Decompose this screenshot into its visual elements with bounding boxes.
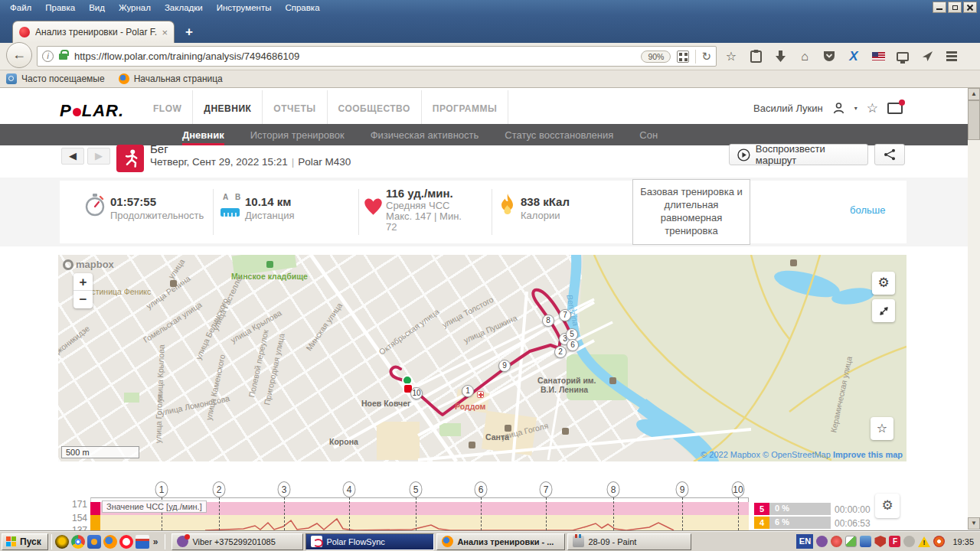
route-km-marker[interactable]: 6: [567, 339, 579, 351]
scroll-down-button[interactable]: ▼: [968, 517, 980, 530]
display-icon[interactable]: [894, 48, 911, 65]
x-app-icon[interactable]: X: [845, 48, 862, 65]
map-settings-button[interactable]: ⚙: [872, 272, 895, 295]
user-tray-icon[interactable]: [903, 536, 915, 547]
route-km-marker[interactable]: 1: [462, 385, 474, 397]
back-button[interactable]: ←: [6, 42, 32, 68]
task-button[interactable]: Viber +375299201085: [172, 533, 303, 550]
km-marker[interactable]: 6: [475, 481, 488, 497]
quicklaunch-overflow-icon[interactable]: »: [149, 536, 162, 547]
hr-zone-row[interactable]: 5 0 % 00:00:00: [754, 503, 961, 515]
site-nav-item[interactable]: ОТЧЕТЫ: [263, 90, 327, 126]
update-tray-icon[interactable]: [831, 536, 842, 547]
warning-tray-icon[interactable]: [918, 536, 930, 547]
chart-settings-button[interactable]: ⚙: [875, 494, 900, 518]
menu-item[interactable]: Справка: [279, 2, 325, 14]
subnav-item[interactable]: Физическая активность: [371, 124, 479, 145]
km-marker[interactable]: 1: [155, 481, 168, 497]
bookmark-frequent[interactable]: Часто посещаемые: [6, 73, 105, 84]
viber-tray-icon[interactable]: [816, 536, 828, 547]
play-route-button[interactable]: Воспроизвести маршрут: [729, 144, 868, 165]
pocket-icon[interactable]: [821, 48, 838, 65]
new-tab-button[interactable]: +: [181, 24, 198, 40]
restore-button[interactable]: [948, 2, 962, 13]
leaf-tray-icon[interactable]: [845, 536, 857, 547]
close-button[interactable]: [963, 2, 977, 13]
flowsync-tray-icon[interactable]: F: [889, 536, 900, 547]
downloads-icon[interactable]: [772, 48, 789, 65]
route-km-marker[interactable]: 8: [542, 315, 554, 327]
km-marker[interactable]: 5: [410, 481, 423, 497]
favorites-star-icon[interactable]: ☆: [867, 100, 878, 116]
notifications-icon[interactable]: [887, 103, 903, 114]
map-zoom-in-button[interactable]: +: [74, 273, 93, 291]
route-map[interactable]: улицаМинское кладбищегостиница Фениксули…: [58, 255, 906, 461]
more-link[interactable]: больше: [850, 204, 885, 216]
site-nav-item[interactable]: FLOW: [142, 90, 193, 126]
language-indicator[interactable]: EN: [796, 534, 813, 549]
menu-item[interactable]: Правка: [40, 2, 80, 14]
start-button[interactable]: Пуск: [2, 533, 48, 550]
next-session-button[interactable]: ▶: [87, 148, 110, 165]
route-km-marker[interactable]: 7: [559, 309, 571, 321]
menu-item[interactable]: Инструменты: [211, 2, 277, 14]
bookmark-home-page[interactable]: Начальная страница: [119, 73, 223, 84]
firefox-icon[interactable]: [103, 535, 117, 549]
route-km-marker[interactable]: 9: [498, 360, 511, 372]
minimize-button[interactable]: [933, 2, 946, 13]
send-tab-icon[interactable]: [919, 48, 936, 65]
scrollbar-thumb[interactable]: [968, 100, 980, 140]
map-zoom-out-button[interactable]: −: [74, 291, 93, 308]
km-marker[interactable]: 10: [732, 481, 745, 497]
km-marker[interactable]: 2: [213, 481, 226, 497]
scroll-up-button[interactable]: ▲: [968, 88, 980, 100]
improve-map-link[interactable]: Improve this map: [833, 450, 903, 459]
menu-item[interactable]: Закладки: [159, 2, 208, 14]
map-favorite-button[interactable]: ☆: [871, 417, 893, 440]
route-km-marker[interactable]: 2: [554, 346, 567, 358]
hr-zone-row[interactable]: 4 6 % 00:06:53: [754, 517, 961, 529]
task-button[interactable]: 28-09 - Paint: [567, 533, 691, 550]
km-marker[interactable]: 8: [607, 481, 620, 497]
subnav-item[interactable]: Сон: [639, 124, 658, 145]
url-text[interactable]: https://flow.polar.com/training/analysis…: [74, 51, 641, 62]
map-fullscreen-button[interactable]: [872, 299, 895, 322]
task-button[interactable]: Polar FlowSync: [305, 533, 434, 550]
us-flag-icon[interactable]: [870, 48, 887, 65]
mail-app-icon[interactable]: [87, 535, 101, 549]
page-scrollbar[interactable]: ▲ ▼: [968, 88, 980, 530]
bookmark-star-icon[interactable]: ☆: [723, 48, 740, 65]
site-nav-item[interactable]: ДНЕВНИК: [193, 90, 263, 126]
mapbox-logo[interactable]: mapbox: [63, 259, 114, 270]
save-icon[interactable]: [136, 535, 149, 549]
network-tray-icon[interactable]: [860, 536, 871, 547]
km-marker[interactable]: 4: [343, 481, 356, 497]
browser-tab[interactable]: Анализ тренировки - Polar F... ×: [12, 21, 175, 43]
shield-tray-icon[interactable]: [874, 536, 886, 547]
subnav-item[interactable]: Статус восстановления: [505, 124, 613, 145]
tiles-icon[interactable]: [677, 51, 689, 63]
user-caret-icon[interactable]: ▾: [854, 105, 858, 112]
https-lock-icon[interactable]: [59, 54, 67, 60]
site-nav-item[interactable]: СООБЩЕСТВО: [328, 90, 422, 126]
tab-close-icon[interactable]: ×: [162, 27, 168, 38]
task-button[interactable]: Анализ тренировки - ...: [436, 533, 565, 550]
share-button[interactable]: [874, 144, 905, 165]
route-km-marker[interactable]: 10: [410, 387, 423, 399]
subnav-item[interactable]: Дневник: [182, 124, 224, 145]
menu-item[interactable]: Журнал: [113, 2, 156, 14]
subnav-item[interactable]: История тренировок: [250, 124, 345, 145]
zoom-level-badge[interactable]: 90%: [641, 51, 671, 63]
target-tray-icon[interactable]: [933, 536, 945, 547]
clipboard-icon[interactable]: [747, 48, 764, 65]
launcher-app-icon[interactable]: [55, 535, 69, 549]
previous-session-button[interactable]: ◀: [61, 148, 84, 165]
menu-hamburger-icon[interactable]: [943, 48, 960, 65]
home-icon[interactable]: ⌂: [796, 48, 813, 65]
opera-icon[interactable]: [119, 535, 133, 549]
km-marker[interactable]: 9: [676, 481, 689, 497]
user-name[interactable]: Василий Лукин: [753, 103, 823, 114]
menu-item[interactable]: Файл: [5, 2, 37, 14]
reload-icon[interactable]: ↻: [701, 50, 711, 64]
km-marker[interactable]: 7: [540, 481, 553, 497]
